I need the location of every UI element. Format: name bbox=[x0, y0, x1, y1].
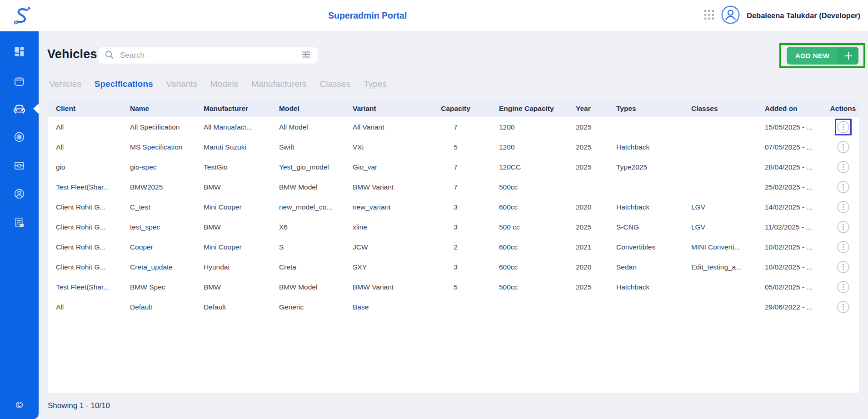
tray-icon[interactable] bbox=[0, 75, 39, 88]
table-row: AllAll SpecificationAll Manuafact...All … bbox=[48, 117, 859, 137]
cell-types: Hatchback bbox=[611, 143, 686, 151]
cell-name: gio-spec bbox=[130, 163, 204, 171]
tab-vehicles[interactable]: Vehicles bbox=[49, 79, 81, 89]
dashboard-icon[interactable] bbox=[0, 45, 39, 58]
cell-client: Client Rohit G... bbox=[48, 243, 130, 251]
cell-year: 2025 bbox=[570, 283, 611, 291]
cell-model: new_model_co... bbox=[279, 203, 353, 211]
cell-variant: SXY bbox=[353, 263, 427, 271]
pagination-status: Showing 1 - 10/10 bbox=[48, 401, 110, 410]
cell-capacity: 2 bbox=[427, 243, 493, 251]
cell-year: 2025 bbox=[570, 163, 611, 171]
row-actions-menu-icon[interactable] bbox=[837, 161, 849, 173]
table-row: Client Rohit G...C_testMini Coopernew_mo… bbox=[48, 197, 859, 217]
table-card: ClientNameManufacturerModelVariantCapaci… bbox=[48, 100, 859, 393]
cell-client: Client Rohit G... bbox=[48, 203, 130, 211]
column-header-year: Year bbox=[570, 105, 611, 113]
cell-engine_capacity: 500cc bbox=[493, 283, 570, 291]
cell-model: X6 bbox=[279, 223, 353, 231]
column-header-added-on: Added on bbox=[759, 105, 827, 113]
tab-specifications[interactable]: Specifications bbox=[95, 79, 153, 89]
row-actions-menu-icon[interactable] bbox=[837, 181, 849, 193]
column-header-variant: Variant bbox=[353, 105, 427, 113]
search-placeholder: Search bbox=[120, 51, 301, 60]
cell-variant: new_variant bbox=[353, 203, 427, 211]
table-row: Test Fleet(Shar...BMW2025BMWBMW ModelBMW… bbox=[48, 177, 859, 197]
cell-capacity: 3 bbox=[427, 223, 493, 231]
cell-types: Convertibles bbox=[611, 243, 686, 251]
cell-engine_capacity: 120CC bbox=[493, 163, 570, 171]
table-row: AllMS SpecificationMaruti SuzukiSwiftVXi… bbox=[48, 137, 859, 157]
cell-manufacturer: Mini Cooper bbox=[204, 203, 279, 211]
cell-capacity: 3 bbox=[427, 203, 493, 211]
cell-year: 2025 bbox=[570, 143, 611, 151]
cell-engine_capacity: 600cc bbox=[493, 243, 570, 251]
cell-manufacturer: Maruti Suzuki bbox=[204, 143, 279, 151]
cell-name: All Specification bbox=[130, 123, 204, 131]
cell-year: 2025 bbox=[570, 123, 611, 131]
row-actions-menu-icon[interactable] bbox=[837, 241, 849, 253]
user-name[interactable]: Debaleena Talukdar (Developer) bbox=[747, 11, 860, 20]
table-header-row: ClientNameManufacturerModelVariantCapaci… bbox=[48, 100, 859, 117]
app-logo-icon[interactable] bbox=[13, 5, 31, 27]
user-avatar[interactable] bbox=[721, 5, 740, 26]
cell-added_on: 25/02/2025 - ... bbox=[759, 183, 827, 191]
tab-classes[interactable]: Classes bbox=[320, 79, 351, 89]
row-actions-menu-icon[interactable] bbox=[837, 281, 849, 293]
report-icon[interactable] bbox=[0, 216, 39, 229]
active-nav-pointer bbox=[33, 104, 39, 114]
tab-manufacturers[interactable]: Manufacturers bbox=[251, 79, 306, 89]
cell-types: Hatchback bbox=[611, 283, 686, 291]
row-actions-menu-icon[interactable] bbox=[837, 201, 849, 213]
column-header-engine-capacity: Engine Capacity bbox=[493, 105, 570, 113]
row-actions-menu-icon[interactable] bbox=[837, 261, 849, 273]
cell-types: S-CNG bbox=[611, 223, 686, 231]
cell-variant: BMW Variant bbox=[353, 183, 427, 191]
row-actions-menu-icon[interactable] bbox=[837, 221, 849, 233]
tab-models[interactable]: Models bbox=[210, 79, 238, 89]
cell-variant: BMW Variant bbox=[353, 283, 427, 291]
column-header-types: Types bbox=[611, 105, 686, 113]
page-header-title: Superadmin Portal bbox=[328, 0, 407, 31]
cell-capacity: 7 bbox=[427, 123, 493, 131]
cell-added_on: 14/02/2025 - ... bbox=[759, 203, 827, 211]
cell-variant: All Variant bbox=[353, 123, 427, 131]
cell-manufacturer: TestGio bbox=[204, 163, 279, 171]
tab-variants[interactable]: Variants bbox=[166, 79, 197, 89]
filter-tune-icon[interactable] bbox=[301, 50, 311, 61]
cell-added_on: 10/02/2025 - ... bbox=[759, 243, 827, 251]
row-actions-menu-icon[interactable] bbox=[837, 141, 849, 153]
column-header-client: Client bbox=[48, 105, 130, 113]
cell-model: BMW Model bbox=[279, 283, 353, 291]
cell-types: Sedan bbox=[611, 263, 686, 271]
row-actions-menu-icon[interactable] bbox=[837, 121, 849, 133]
cell-manufacturer: Hyundai bbox=[204, 263, 279, 271]
cell-capacity: 5 bbox=[427, 143, 493, 151]
cell-name: BMW Spec bbox=[130, 283, 204, 291]
cell-model: S bbox=[279, 243, 353, 251]
cell-engine_capacity: 600cc bbox=[493, 263, 570, 271]
column-header-actions: Actions bbox=[827, 105, 859, 113]
column-header-capacity: Capacity bbox=[427, 105, 493, 113]
charger-icon[interactable] bbox=[0, 159, 39, 171]
wheel-icon[interactable] bbox=[0, 131, 39, 143]
cell-manufacturer: Mini Cooper bbox=[204, 243, 279, 251]
add-new-button[interactable]: ADD NEW bbox=[787, 47, 858, 65]
cell-added_on: 07/05/2025 - ... bbox=[759, 143, 827, 151]
user-circle-icon[interactable] bbox=[0, 188, 39, 200]
cell-year: 2025 bbox=[570, 223, 611, 231]
cell-name: Cooper bbox=[130, 243, 204, 251]
row-actions-menu-icon[interactable] bbox=[837, 301, 849, 313]
plus-icon bbox=[838, 47, 858, 65]
cell-manufacturer: Default bbox=[204, 303, 279, 311]
apps-grid-icon[interactable] bbox=[704, 10, 714, 22]
cell-name: Creta_update bbox=[130, 263, 204, 271]
search-input[interactable]: Search bbox=[98, 47, 318, 64]
cell-added_on: 15/05/2025 - ... bbox=[759, 123, 827, 131]
column-header-classes: Classes bbox=[686, 105, 759, 113]
cell-model: Creta bbox=[279, 263, 353, 271]
cell-types: Hatchback bbox=[611, 203, 686, 211]
tab-types[interactable]: Types bbox=[364, 79, 387, 89]
cell-year: 2020 bbox=[570, 203, 611, 211]
cell-manufacturer: All Manuafact... bbox=[204, 123, 279, 131]
